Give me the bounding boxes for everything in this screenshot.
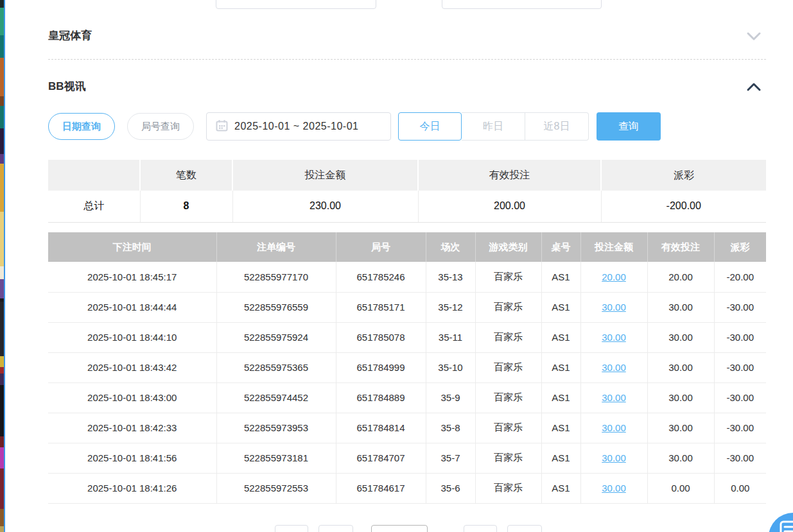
range-yesterday-button[interactable]: 昨日 — [462, 112, 525, 141]
cell-table-no: AS1 — [541, 292, 580, 322]
cell-valid-bet: 0.00 — [647, 473, 714, 503]
table-row: 2025-10-01 18:42:33522855973953651784814… — [48, 413, 766, 443]
cell-bet-amount: 30.00 — [580, 322, 647, 352]
chevron-down-icon[interactable] — [745, 29, 762, 43]
cell-bet-time: 2025-10-01 18:44:44 — [48, 292, 216, 322]
cell-bet-id: 522855976559 — [216, 292, 336, 322]
cell-valid-bet: 30.00 — [647, 443, 714, 473]
page-size-select[interactable] — [371, 525, 428, 532]
cell-bet-id: 522855977170 — [216, 262, 336, 292]
round-query-tab[interactable]: 局号查询 — [127, 113, 194, 140]
cell-table-no: AS1 — [541, 322, 580, 352]
cell-round-id: 651785246 — [336, 262, 426, 292]
cell-game-type: 百家乐 — [475, 292, 541, 322]
range-last8days-button[interactable]: 近8日 — [525, 112, 589, 141]
summary-table: 笔数 投注金额 有效投注 派彩 总计 8 230.00 200.00 -200.… — [48, 160, 766, 223]
cell-bet-id: 522855974452 — [216, 382, 336, 413]
date-range-picker[interactable]: 2025-10-01 ~ 2025-10-01 — [206, 112, 391, 141]
cell-bet-amount: 30.00 — [580, 413, 647, 443]
cell-game-type: 百家乐 — [475, 352, 541, 382]
cell-payout: -30.00 — [714, 322, 766, 352]
cell-round-id: 651785171 — [336, 292, 426, 322]
chevron-up-icon[interactable] — [745, 80, 762, 94]
cell-session: 35-9 — [426, 382, 475, 413]
summary-total-bet-amount: 230.00 — [232, 191, 418, 222]
cell-bet-time: 2025-10-01 18:41:26 — [48, 473, 216, 503]
cell-table-no: AS1 — [541, 473, 580, 503]
section-divider — [48, 59, 766, 60]
summary-header-blank — [48, 160, 140, 191]
summary-total-row: 总计 8 230.00 200.00 -200.00 — [48, 191, 766, 222]
col-header-bet-amount: 投注金额 — [580, 232, 647, 262]
cell-valid-bet: 30.00 — [647, 382, 714, 413]
cell-game-type: 百家乐 — [475, 382, 541, 413]
cell-table-no: AS1 — [541, 352, 580, 382]
cell-session: 35-6 — [426, 473, 475, 503]
cell-bet-amount: 30.00 — [580, 473, 647, 503]
cell-session: 35-13 — [426, 262, 475, 292]
cell-bet-time: 2025-10-01 18:42:33 — [48, 413, 216, 443]
pagination-jump-button[interactable] — [507, 525, 542, 532]
bet-amount-link[interactable]: 30.00 — [602, 302, 626, 313]
cell-round-id: 651784889 — [336, 382, 426, 413]
cell-payout: -30.00 — [714, 443, 766, 473]
cell-bet-time: 2025-10-01 18:41:56 — [48, 443, 216, 473]
top-input-right[interactable] — [442, 0, 602, 9]
bet-amount-link[interactable]: 30.00 — [602, 362, 626, 373]
bet-amount-link[interactable]: 30.00 — [602, 452, 626, 463]
cell-round-id: 651785078 — [336, 322, 426, 352]
detail-table-body: 2025-10-01 18:45:17522855977170651785246… — [48, 262, 766, 503]
bet-amount-link[interactable]: 20.00 — [602, 271, 626, 282]
cell-game-type: 百家乐 — [475, 262, 541, 292]
cell-payout: -20.00 — [714, 262, 766, 292]
cell-bet-amount: 30.00 — [580, 292, 647, 322]
col-header-bet-id: 注单编号 — [216, 232, 336, 262]
summary-total-valid-bet: 200.00 — [418, 191, 601, 222]
col-header-bet-time: 下注时间 — [48, 232, 216, 262]
pagination-next-button[interactable] — [464, 525, 497, 532]
cell-payout: -30.00 — [714, 382, 766, 413]
cell-round-id: 651784617 — [336, 473, 426, 503]
cell-bet-id: 522855972553 — [216, 473, 336, 503]
cell-session: 35-7 — [426, 443, 475, 473]
summary-total-payout: -200.00 — [601, 191, 766, 222]
pagination-page-button[interactable] — [318, 525, 353, 532]
table-row: 2025-10-01 18:45:17522855977170651785246… — [48, 262, 766, 292]
query-toolbar: 日期查询 局号查询 2025-10-01 ~ 2025-10-01 今日 昨日 — [48, 112, 661, 141]
cell-valid-bet: 30.00 — [647, 322, 714, 352]
summary-header-bet-amount: 投注金额 — [232, 160, 418, 191]
range-today-button[interactable]: 今日 — [398, 112, 462, 141]
bet-amount-link[interactable]: 30.00 — [602, 332, 626, 343]
top-input-left[interactable] — [216, 0, 376, 9]
cell-game-type: 百家乐 — [475, 443, 541, 473]
cell-valid-bet: 30.00 — [647, 413, 714, 443]
summary-header-payout: 派彩 — [601, 160, 766, 191]
table-row: 2025-10-01 18:44:44522855976559651785171… — [48, 292, 766, 322]
date-query-tab[interactable]: 日期查询 — [48, 113, 115, 140]
table-row: 2025-10-01 18:44:10522855975924651785078… — [48, 322, 766, 352]
table-row: 2025-10-01 18:41:56522855973181651784707… — [48, 443, 766, 473]
summary-total-label: 总计 — [48, 191, 140, 222]
cell-game-type: 百家乐 — [475, 473, 541, 503]
cell-bet-amount: 30.00 — [580, 352, 647, 382]
cell-session: 35-12 — [426, 292, 475, 322]
date-range-value: 2025-10-01 ~ 2025-10-01 — [234, 121, 358, 132]
search-button[interactable]: 查询 — [597, 112, 661, 141]
cell-valid-bet: 30.00 — [647, 352, 714, 382]
cell-table-no: AS1 — [541, 262, 580, 292]
bet-amount-link[interactable]: 30.00 — [602, 483, 626, 493]
cell-bet-amount: 20.00 — [580, 262, 647, 292]
pagination-prev-button[interactable] — [275, 525, 308, 532]
bet-amount-link[interactable]: 30.00 — [602, 422, 626, 433]
col-header-round-id: 局号 — [336, 232, 426, 262]
section-title-bb-video: BB视讯 — [48, 79, 86, 94]
bet-amount-link[interactable]: 30.00 — [602, 392, 626, 403]
col-header-valid-bet: 有效投注 — [647, 232, 714, 262]
table-row: 2025-10-01 18:41:26522855972553651784617… — [48, 473, 766, 503]
background-page-strip — [0, 0, 5, 532]
calendar-icon — [216, 119, 228, 134]
cell-round-id: 651784707 — [336, 443, 426, 473]
cell-payout: 0.00 — [714, 473, 766, 503]
cell-payout: -30.00 — [714, 413, 766, 443]
floating-action-button[interactable] — [769, 513, 793, 532]
